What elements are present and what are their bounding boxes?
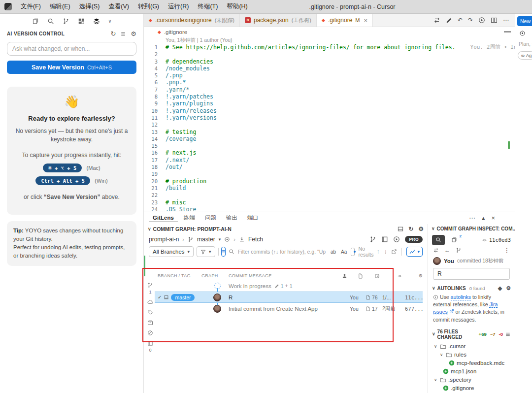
code-line[interactable]: 13# testing — [144, 129, 515, 135]
code-line[interactable]: 6.pnp.* — [144, 79, 515, 86]
save-new-version-button[interactable]: Save New Version Ctrl+Alt+S — [7, 61, 136, 74]
filter-dropdown[interactable]: ▾ — [197, 246, 215, 257]
tree-item[interactable]: mcp1.json — [428, 367, 515, 376]
code-line[interactable]: 23# misc — [144, 199, 515, 206]
pencil-icon[interactable] — [446, 17, 452, 24]
code-line[interactable]: 18/out/ — [144, 164, 515, 170]
tree-item[interactable]: mcp-feedback.mdc — [428, 359, 515, 367]
column-commit-message[interactable]: COMMIT MESSAGE — [229, 273, 342, 278]
breadcrumb[interactable]: ◆ .gitignore — [144, 27, 515, 37]
code-line[interactable]: 2 — [144, 51, 515, 58]
scrollbar-thumb[interactable] — [504, 31, 511, 33]
tree-item[interactable]: ∨.spectory — [428, 376, 515, 384]
code-line[interactable]: 7.yarn/* — [144, 86, 515, 93]
panel-layout-icon[interactable] — [398, 226, 403, 232]
panel-tab-gitlens[interactable]: GitLens — [149, 213, 178, 222]
branches-filter-dropdown[interactable]: All Branches ▾ — [149, 246, 194, 257]
commit-sha[interactable]: 11c0ed3 — [482, 237, 511, 243]
git-branch-icon[interactable] — [147, 282, 153, 288]
code-line[interactable]: 11!.yarn/versions — [144, 114, 515, 121]
hidden-refs-icon[interactable] — [147, 330, 153, 336]
changes-column-icon[interactable] — [358, 273, 363, 279]
worktree-icon[interactable] — [381, 236, 388, 243]
branch-badge-master[interactable]: master — [171, 294, 195, 301]
code-line[interactable]: 10!.yarn/releases — [144, 107, 515, 114]
gear-icon[interactable]: ⚙ — [506, 286, 511, 291]
column-graph[interactable]: GRAPH — [201, 271, 229, 280]
redo-icon[interactable]: ↷ — [468, 17, 473, 23]
commit-message-box[interactable]: R — [433, 268, 510, 280]
code-line[interactable]: 1# See https://help.github.com/articles/… — [144, 44, 515, 51]
ai-history-search-input[interactable] — [7, 42, 136, 56]
copy-icon[interactable] — [32, 18, 39, 25]
cloud-icon[interactable] — [147, 299, 153, 305]
file-details-button[interactable]: 2 — [448, 235, 460, 245]
play-circle-icon[interactable] — [393, 236, 400, 243]
code-line[interactable]: 22 — [144, 192, 515, 198]
extensions-icon[interactable] — [78, 18, 85, 25]
tag-icon[interactable] — [147, 309, 153, 315]
layers-icon[interactable] — [93, 18, 100, 25]
toggle-minimap-button[interactable]: ≡ — [221, 247, 226, 257]
code-line[interactable]: 8!.yarn/patches — [144, 93, 515, 100]
gear-icon[interactable]: ⚙ — [131, 31, 136, 37]
code-line[interactable]: 16# next.js — [144, 149, 515, 156]
code-line[interactable]: 9!.yarn/plugins — [144, 100, 515, 107]
code-line[interactable]: 4/node_modules — [144, 65, 515, 72]
context-target-icon[interactable] — [519, 30, 526, 36]
inspect-header[interactable]: ∨ COMMIT GRAPH INSPECT: COM... ↻ — [428, 224, 515, 233]
gear-icon[interactable]: ⚙ — [418, 226, 424, 232]
undo-icon[interactable]: ↶ — [458, 17, 463, 23]
tree-item[interactable]: ∨.cursor — [428, 342, 515, 351]
search-icon[interactable] — [47, 18, 54, 25]
regex-toggle[interactable] — [351, 248, 354, 256]
repo-name[interactable]: prompt-ai-n — [149, 236, 179, 243]
more-actions-icon[interactable]: ⋯ — [503, 17, 509, 23]
url-link[interactable]: https://help.github.com/articles/ignorin… — [186, 44, 350, 51]
match-case-toggle[interactable]: Aa — [340, 249, 348, 255]
open-in-view-icon[interactable] — [391, 249, 397, 255]
code-line[interactable]: 5/.pnp — [144, 72, 515, 79]
fetch-icon[interactable] — [239, 236, 245, 242]
view-as-tree-icon[interactable] — [505, 331, 511, 337]
panel-tab-terminal[interactable]: 终端 — [180, 213, 199, 223]
tree-item[interactable]: ∨rules — [428, 351, 515, 359]
commit-row-head[interactable]: ✓ master R You 76 1/... 11c... — [155, 292, 423, 303]
sha-column-icon[interactable] — [397, 273, 402, 279]
code-line[interactable]: 3# dependencies — [144, 58, 515, 65]
menu-item[interactable]: 终端(T) — [194, 1, 222, 12]
menu-item[interactable]: 查看(V) — [104, 1, 133, 12]
tab-gitignore[interactable]: ◆ .gitignore M × — [317, 14, 373, 27]
code-line[interactable]: 19 — [144, 170, 515, 177]
panel-tab-problems[interactable]: 问题 — [201, 213, 220, 223]
code-line[interactable]: 20# production — [144, 178, 515, 185]
autolinks-link[interactable]: autolinks — [451, 294, 471, 300]
files-changed-header[interactable]: ∨ 76 FILES CHANGED +69 ~7 -0 — [428, 328, 515, 341]
diamond-icon[interactable]: ◆ — [498, 286, 502, 291]
chevron-down-icon[interactable]: ▾ — [219, 237, 221, 242]
previous-result-icon[interactable]: ↑ — [376, 249, 379, 255]
menu-item[interactable]: 编辑(E) — [46, 1, 74, 12]
git-branch-icon[interactable] — [63, 18, 69, 25]
tab-cursorindexingignore[interactable]: ◆ .cursorindexingignore (未跟踪) — [144, 14, 240, 27]
arrow-left-icon[interactable]: ← — [444, 247, 450, 253]
git-branch-icon[interactable] — [456, 247, 462, 253]
current-branch[interactable]: master — [197, 236, 215, 243]
code-line[interactable]: 15 — [144, 142, 515, 149]
menu-item[interactable]: 选择(S) — [75, 1, 104, 12]
menu-item[interactable]: 运行(R) — [164, 1, 193, 12]
codelens-authors[interactable]: You, 1秒钟前 | 1 author (You) — [144, 37, 515, 44]
gear-icon[interactable]: ⚙ — [419, 274, 423, 278]
run-icon[interactable] — [478, 17, 485, 24]
compare-changes-icon[interactable] — [433, 17, 440, 24]
commit-author-row[interactable]: You committed 18秒钟前 — [428, 255, 515, 266]
stash-icon[interactable] — [147, 320, 153, 326]
worktree-icon[interactable] — [147, 340, 153, 346]
date-column-icon[interactable] — [374, 273, 380, 279]
menu-item[interactable]: 文件(F) — [17, 1, 45, 12]
code-line[interactable]: 17/.next/ — [144, 157, 515, 164]
code-line[interactable]: 12 — [144, 121, 515, 128]
kebab-menu-icon[interactable]: ⋮ — [504, 247, 510, 253]
code-line[interactable]: 24.DS_Store — [144, 206, 515, 211]
next-result-icon[interactable]: ↓ — [384, 249, 387, 255]
